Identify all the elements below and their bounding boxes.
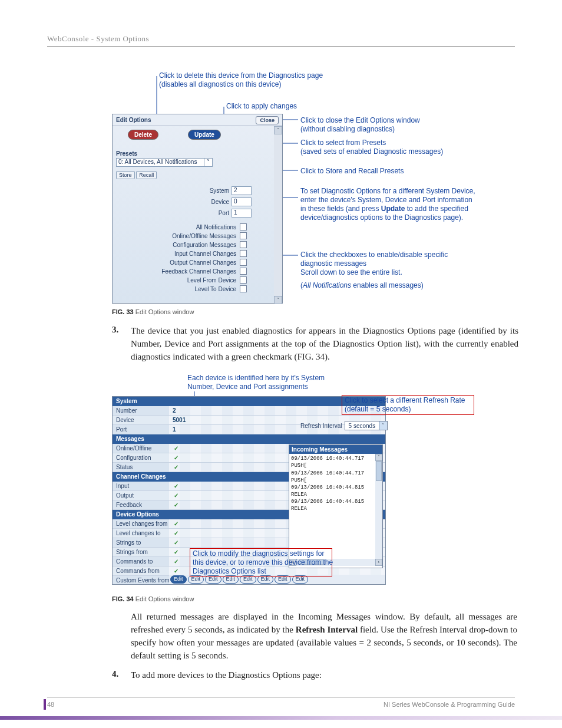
edit-button[interactable]: Edit — [170, 575, 187, 584]
edit-button[interactable]: Edit — [205, 575, 222, 584]
edit-button[interactable]: Edit — [188, 575, 204, 584]
row-label: Number — [116, 407, 137, 414]
device-label: Device — [211, 199, 229, 205]
refresh-label: Refresh Interval — [300, 423, 342, 429]
figure-34: Each device is identified here by it's S… — [112, 374, 477, 592]
step-4-num: 4. — [112, 669, 123, 679]
scroll-up-icon[interactable]: ˄ — [274, 126, 282, 134]
row-label: Strings to — [116, 539, 141, 546]
row-label: Port — [116, 426, 127, 433]
scrollbar[interactable]: ˄ ˅ — [274, 126, 282, 304]
page-footer: 48 NI Series WebConsole & Programming Gu… — [47, 701, 515, 708]
checkbox-label: Input Channel Changes — [116, 251, 240, 257]
diagnostic-checkbox-row: Online/Offline Messages — [116, 232, 257, 239]
checkbox-label: Feedback Channel Changes — [116, 268, 240, 275]
callout-close: Click to close the Edit Options window (… — [300, 116, 420, 134]
checkbox[interactable] — [240, 276, 247, 284]
row-label: Online/Offline — [116, 445, 151, 452]
row-label: Custom Events from — [116, 577, 170, 584]
figure-33: Click to delete this device from the Dia… — [112, 71, 477, 305]
checkbox-label: All Notifications — [116, 224, 240, 230]
scroll-right-icon[interactable]: › — [375, 559, 382, 566]
checkbox[interactable] — [240, 285, 247, 292]
row-label: Output — [116, 492, 134, 499]
delete-button[interactable]: Delete — [128, 130, 158, 140]
edit-button[interactable]: Edit — [275, 575, 291, 584]
scroll-thumb[interactable] — [376, 461, 382, 481]
row-label: Device — [116, 417, 134, 423]
callout-store: Click to Store and Recall Presets — [300, 167, 404, 176]
presets-select[interactable]: 0: All Devices, All Notifications — [116, 158, 204, 167]
check-icon: ✓ — [174, 453, 178, 463]
footer-stripe — [0, 716, 562, 720]
checkbox[interactable] — [240, 232, 247, 239]
callout-allnotify: (All Notifications enables all messages) — [300, 281, 424, 290]
check-icon: ✓ — [174, 529, 178, 538]
dropdown-icon[interactable]: ˅ — [379, 421, 387, 430]
close-button[interactable]: Close — [256, 116, 279, 124]
checkbox[interactable] — [240, 223, 247, 230]
callout-device-id: Each device is identified here by it's S… — [187, 374, 325, 391]
row-label: Commands to — [116, 558, 153, 565]
row-label: Configuration — [116, 454, 151, 461]
step-3-text: The device that you just enabled diagnos… — [131, 325, 518, 363]
diagnostic-checkbox-row: All Notifications — [116, 223, 257, 230]
checkbox-label: Level To Device — [116, 286, 240, 292]
diagnostic-checkbox-row: Level From Device — [116, 276, 257, 284]
check-icon: ✓ — [174, 519, 178, 529]
diagnostic-checkbox-row: Level To Device — [116, 285, 257, 292]
page-number: 48 — [47, 701, 54, 708]
edit-button[interactable]: Edit — [223, 575, 239, 584]
system-input[interactable]: 2 — [232, 186, 252, 195]
scroll-down-icon[interactable]: ˅ — [274, 296, 282, 304]
edit-button[interactable]: Edit — [292, 575, 309, 584]
callout-device: To set Diagnostic Options for a differen… — [300, 187, 477, 222]
row-label: Commands from — [116, 568, 160, 574]
message-line: 09/13/2006 16:40:44.815 RELEA — [291, 484, 381, 498]
row-value: 5001 — [173, 416, 186, 425]
row-label: Status — [116, 464, 133, 470]
diagnostic-checkbox-row: Feedback Channel Changes — [116, 268, 257, 275]
panel-title: Edit Options — [116, 117, 151, 123]
refresh-paragraph: All returned messages are displayed in t… — [131, 611, 517, 662]
callout-refresh-box: Click to select a different Refresh Rate… — [342, 395, 474, 415]
checkbox-label: Output Channel Changes — [116, 259, 240, 266]
step-4-text: To add more devices to the Diagnostics O… — [131, 669, 518, 682]
step-3: 3. The device that you just enabled diag… — [112, 325, 518, 363]
scroll-up-icon[interactable]: ˄ — [375, 454, 382, 461]
checkbox-label: Configuration Messages — [116, 242, 240, 248]
callout-delete: Click to delete this device from the Dia… — [159, 71, 323, 89]
recall-button[interactable]: Recall — [136, 171, 157, 179]
refresh-select[interactable]: 5 seconds ˅ — [345, 421, 388, 430]
section-header: Messages — [113, 434, 385, 444]
check-icon: ✓ — [174, 548, 178, 557]
row-value: 2 — [173, 406, 176, 416]
refresh-value: 5 seconds — [345, 423, 379, 429]
presets-label: Presets — [116, 150, 279, 157]
callout-device-bold: Update — [381, 205, 405, 213]
refresh-interval: Refresh Interval 5 seconds ˅ — [300, 421, 388, 430]
row-label: Input — [116, 483, 129, 489]
update-button[interactable]: Update — [188, 130, 221, 140]
row-label: Level changes to — [116, 530, 161, 536]
checkbox[interactable] — [240, 241, 247, 248]
callout-apply: Click to apply changes — [226, 102, 297, 111]
vertical-scrollbar[interactable]: ˄ — [375, 454, 382, 559]
checkbox[interactable] — [240, 250, 247, 257]
device-input[interactable]: 0 — [232, 197, 252, 206]
checkbox-label: Level From Device — [116, 277, 240, 284]
checkbox[interactable] — [240, 268, 247, 275]
step-4: 4. To add more devices to the Diagnostic… — [112, 669, 518, 682]
edit-button[interactable]: Edit — [257, 575, 274, 584]
diagnostic-checkbox-row: Output Channel Changes — [116, 259, 257, 266]
diagnostic-checkbox-row: Input Channel Changes — [116, 250, 257, 257]
edit-button[interactable]: Edit — [240, 575, 256, 584]
store-button[interactable]: Store — [116, 171, 135, 179]
port-input[interactable]: 1 — [232, 209, 252, 218]
check-icon: ✓ — [174, 491, 178, 500]
dropdown-icon[interactable]: ˅ — [204, 158, 213, 167]
check-icon: ✓ — [174, 500, 178, 510]
row-label: Strings from — [116, 549, 148, 555]
checkbox[interactable] — [240, 259, 247, 266]
check-icon: ✓ — [174, 482, 178, 491]
